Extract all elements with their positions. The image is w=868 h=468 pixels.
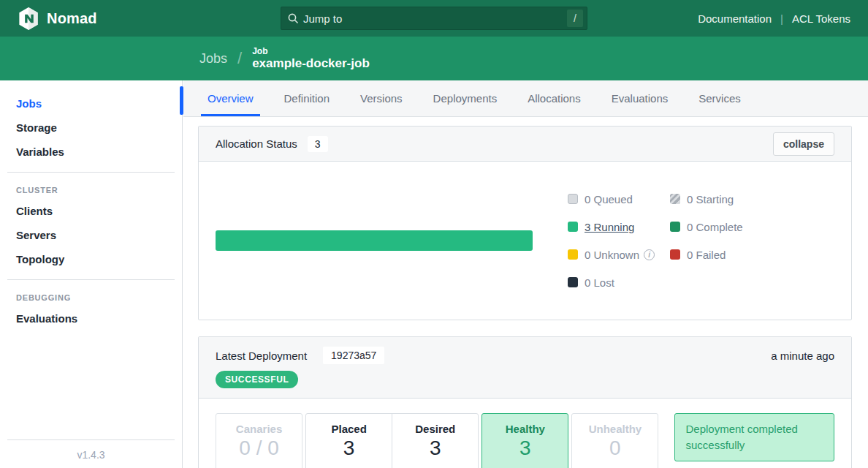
brand-name: Nomad bbox=[47, 10, 97, 27]
latest-deployment-panel: Latest Deployment 19273a57 a minute ago … bbox=[198, 336, 852, 468]
sidebar-divider bbox=[7, 279, 175, 280]
running-allocations-bar[interactable] bbox=[216, 230, 533, 251]
tab-overview[interactable]: Overview bbox=[201, 80, 260, 116]
complete-swatch-icon bbox=[670, 222, 680, 232]
legend-failed: 0 Failed bbox=[670, 249, 794, 261]
top-nav-bar: Nomad / Documentation | ACL Tokens bbox=[0, 0, 868, 37]
sidebar-item-servers[interactable]: Servers bbox=[0, 223, 182, 247]
breadcrumb-separator: / bbox=[237, 49, 242, 68]
starting-swatch-icon bbox=[670, 194, 680, 204]
legend-queued: 0 Queued bbox=[568, 193, 670, 205]
tab-versions[interactable]: Versions bbox=[354, 80, 409, 116]
tab-evaluations[interactable]: Evaluations bbox=[605, 80, 675, 116]
sidebar-divider bbox=[7, 172, 175, 173]
slash-shortcut-key: / bbox=[567, 10, 583, 27]
canaries-metric: Canaries 0 / 0 bbox=[216, 413, 302, 468]
healthy-metric: Healthy 3 bbox=[481, 413, 568, 468]
nomad-brand[interactable]: Nomad bbox=[18, 7, 97, 31]
failed-swatch-icon bbox=[670, 249, 680, 260]
lost-swatch-icon bbox=[568, 277, 578, 287]
sidebar-section-cluster: CLUSTER bbox=[0, 181, 182, 199]
sidebar-item-topology[interactable]: Topology bbox=[0, 247, 182, 271]
queued-swatch-icon bbox=[568, 194, 578, 204]
breadcrumb: Jobs / Job example-docker-job bbox=[0, 37, 868, 80]
sidebar-section-debugging: DEBUGGING bbox=[0, 288, 182, 306]
search-icon bbox=[287, 12, 299, 24]
running-swatch-icon bbox=[568, 222, 578, 232]
desired-metric: Desired 3 bbox=[392, 414, 478, 468]
tab-services[interactable]: Services bbox=[692, 80, 747, 116]
main-content: Overview Definition Versions Deployments… bbox=[183, 80, 868, 468]
legend-starting: 0 Starting bbox=[670, 193, 794, 205]
nomad-logo-icon bbox=[18, 7, 39, 31]
unhealthy-metric: Unhealthy 0 bbox=[571, 413, 658, 468]
deployment-status-badge: SUCCESSFUL bbox=[216, 371, 298, 388]
sidebar-item-storage[interactable]: Storage bbox=[0, 116, 182, 140]
tab-allocations[interactable]: Allocations bbox=[521, 80, 587, 116]
deployment-id-badge: 19273a57 bbox=[323, 347, 384, 364]
tab-deployments[interactable]: Deployments bbox=[427, 80, 504, 116]
sidebar-item-clients[interactable]: Clients bbox=[0, 199, 182, 223]
placed-metric: Placed 3 bbox=[306, 414, 392, 468]
page-title: example-docker-job bbox=[252, 56, 370, 71]
jump-to-search[interactable]: / bbox=[281, 7, 587, 30]
info-icon[interactable]: i bbox=[644, 249, 655, 260]
deployment-timestamp: a minute ago bbox=[771, 350, 834, 362]
placed-desired-group: Placed 3 Desired 3 bbox=[305, 413, 479, 468]
breadcrumb-jobs-link[interactable]: Jobs bbox=[199, 51, 227, 67]
job-tabbar: Overview Definition Versions Deployments… bbox=[183, 80, 868, 117]
acl-tokens-link[interactable]: ACL Tokens bbox=[792, 12, 850, 25]
allocation-status-title: Allocation Status bbox=[216, 137, 297, 150]
legend-unknown: 0 Unknown i bbox=[568, 249, 670, 261]
sidebar-item-variables[interactable]: Variables bbox=[0, 140, 182, 164]
legend-lost: 0 Lost bbox=[568, 276, 670, 289]
allocation-legend: 0 Queued 0 Starting 3 Running 0 Complete bbox=[568, 193, 794, 289]
scrollbar-thumb[interactable] bbox=[180, 86, 183, 115]
sidebar-item-jobs[interactable]: Jobs bbox=[0, 91, 182, 116]
breadcrumb-type-label: Job bbox=[252, 46, 370, 56]
collapse-button[interactable]: collapse bbox=[773, 132, 834, 156]
allocation-status-chart bbox=[216, 230, 533, 251]
deployment-message: Deployment completed successfully bbox=[674, 413, 834, 461]
sidebar-item-evaluations[interactable]: Evaluations bbox=[0, 306, 182, 331]
running-allocations-link[interactable]: 3 Running bbox=[585, 221, 634, 233]
version-label: v1.4.3 bbox=[7, 439, 175, 468]
search-input[interactable] bbox=[303, 12, 581, 25]
tab-definition[interactable]: Definition bbox=[278, 80, 337, 116]
top-links-separator: | bbox=[780, 12, 783, 25]
latest-deployment-title: Latest Deployment bbox=[216, 350, 307, 362]
allocation-status-panel: Allocation Status 3 collapse 0 Queued 0 … bbox=[198, 126, 852, 320]
breadcrumb-current-job[interactable]: Job example-docker-job bbox=[252, 46, 370, 72]
legend-complete: 0 Complete bbox=[670, 221, 794, 233]
legend-running: 3 Running bbox=[568, 221, 670, 233]
sidebar: Jobs Storage Variables CLUSTER Clients S… bbox=[0, 80, 183, 468]
unknown-swatch-icon bbox=[568, 249, 578, 260]
allocation-count-badge: 3 bbox=[308, 136, 328, 152]
documentation-link[interactable]: Documentation bbox=[698, 12, 772, 25]
